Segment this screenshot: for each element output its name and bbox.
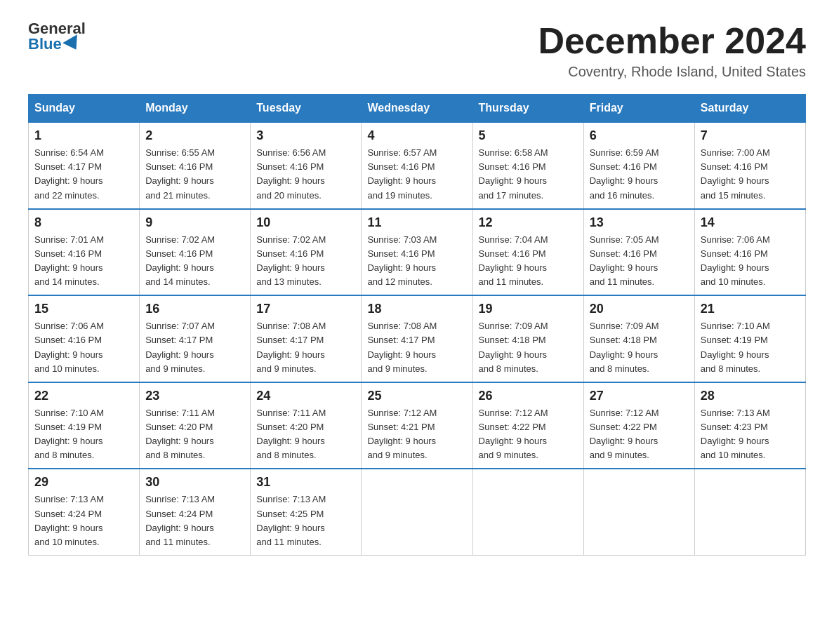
week-row-1: 1 Sunrise: 6:54 AM Sunset: 4:17 PM Dayli…: [29, 122, 806, 209]
calendar-cell: 22 Sunrise: 7:10 AM Sunset: 4:19 PM Dayl…: [29, 382, 140, 469]
daylight-minutes: and 9 minutes.: [367, 450, 427, 460]
sunrise-label: Sunrise: 7:10 AM: [34, 408, 104, 418]
day-number: 19: [479, 302, 578, 316]
day-number: 7: [701, 128, 800, 143]
day-info: Sunrise: 6:56 AM Sunset: 4:16 PM Dayligh…: [256, 146, 355, 203]
daylight-minutes: and 8 minutes.: [34, 450, 94, 460]
day-number: 18: [367, 302, 466, 316]
daylight-minutes: and 11 minutes.: [256, 537, 322, 547]
day-info: Sunrise: 7:07 AM Sunset: 4:17 PM Dayligh…: [145, 319, 244, 376]
daylight-minutes: and 10 minutes.: [701, 450, 766, 460]
sunset-label: Sunset: 4:25 PM: [256, 509, 324, 519]
day-number: 20: [590, 302, 689, 316]
daylight-label: Daylight: 9 hours: [367, 349, 436, 360]
daylight-minutes: and 13 minutes.: [256, 276, 322, 287]
day-number: 17: [256, 302, 355, 316]
day-number: 27: [590, 389, 689, 403]
daylight-minutes: and 9 minutes.: [367, 363, 427, 374]
daylight-minutes: and 17 minutes.: [479, 190, 544, 201]
day-info: Sunrise: 7:06 AM Sunset: 4:16 PM Dayligh…: [701, 233, 800, 290]
daylight-label: Daylight: 9 hours: [479, 262, 548, 273]
sunset-label: Sunset: 4:21 PM: [367, 422, 435, 432]
day-info: Sunrise: 7:09 AM Sunset: 4:18 PM Dayligh…: [590, 319, 689, 376]
sunrise-label: Sunrise: 7:09 AM: [590, 321, 659, 331]
day-info: Sunrise: 7:12 AM Sunset: 4:21 PM Dayligh…: [367, 406, 466, 463]
sunrise-label: Sunrise: 7:12 AM: [590, 408, 659, 418]
sunrise-label: Sunrise: 6:56 AM: [256, 147, 326, 158]
day-info: Sunrise: 7:12 AM Sunset: 4:22 PM Dayligh…: [479, 406, 578, 463]
day-info: Sunrise: 7:12 AM Sunset: 4:22 PM Dayligh…: [590, 406, 689, 463]
day-number: 4: [367, 128, 466, 143]
day-number: 21: [701, 302, 800, 316]
sunset-label: Sunset: 4:16 PM: [34, 335, 102, 345]
calendar-cell: [362, 469, 472, 555]
day-info: Sunrise: 7:02 AM Sunset: 4:16 PM Dayligh…: [256, 233, 355, 290]
day-number: 9: [145, 215, 244, 230]
sunrise-label: Sunrise: 7:11 AM: [256, 408, 326, 418]
daylight-minutes: and 16 minutes.: [590, 190, 655, 201]
calendar-cell: 24 Sunrise: 7:11 AM Sunset: 4:20 PM Dayl…: [251, 382, 362, 469]
daylight-label: Daylight: 9 hours: [701, 349, 769, 360]
daylight-label: Daylight: 9 hours: [479, 349, 548, 360]
calendar-cell: [472, 469, 583, 555]
sunrise-label: Sunrise: 6:54 AM: [34, 147, 104, 158]
daylight-label: Daylight: 9 hours: [479, 175, 548, 186]
calendar-cell: 31 Sunrise: 7:13 AM Sunset: 4:25 PM Dayl…: [251, 469, 362, 555]
calendar-cell: 6 Sunrise: 6:59 AM Sunset: 4:16 PM Dayli…: [583, 122, 694, 209]
daylight-label: Daylight: 9 hours: [34, 523, 103, 533]
daylight-label: Daylight: 9 hours: [367, 175, 436, 186]
daylight-minutes: and 11 minutes.: [590, 276, 655, 287]
daylight-minutes: and 22 minutes.: [34, 190, 100, 201]
calendar-cell: 9 Sunrise: 7:02 AM Sunset: 4:16 PM Dayli…: [140, 209, 251, 296]
sunset-label: Sunset: 4:19 PM: [34, 422, 102, 432]
sunset-label: Sunset: 4:16 PM: [479, 161, 546, 172]
sunset-label: Sunset: 4:16 PM: [590, 248, 657, 259]
daylight-label: Daylight: 9 hours: [256, 175, 325, 186]
sunset-label: Sunset: 4:24 PM: [34, 509, 102, 519]
sunrise-label: Sunrise: 7:02 AM: [256, 234, 326, 245]
day-info: Sunrise: 7:08 AM Sunset: 4:17 PM Dayligh…: [367, 319, 466, 376]
day-number: 25: [367, 389, 466, 403]
day-number: 5: [479, 128, 578, 143]
calendar-cell: 19 Sunrise: 7:09 AM Sunset: 4:18 PM Dayl…: [472, 295, 583, 382]
day-header-monday: Monday: [140, 95, 251, 123]
calendar-cell: 1 Sunrise: 6:54 AM Sunset: 4:17 PM Dayli…: [29, 122, 140, 209]
day-number: 26: [479, 389, 578, 403]
day-info: Sunrise: 6:57 AM Sunset: 4:16 PM Dayligh…: [367, 146, 466, 203]
day-number: 23: [145, 389, 244, 403]
calendar-cell: 4 Sunrise: 6:57 AM Sunset: 4:16 PM Dayli…: [362, 122, 472, 209]
daylight-label: Daylight: 9 hours: [145, 262, 214, 273]
calendar-cell: 25 Sunrise: 7:12 AM Sunset: 4:21 PM Dayl…: [362, 382, 472, 469]
day-info: Sunrise: 6:55 AM Sunset: 4:16 PM Dayligh…: [145, 146, 244, 203]
daylight-label: Daylight: 9 hours: [34, 262, 103, 273]
day-info: Sunrise: 6:54 AM Sunset: 4:17 PM Dayligh…: [34, 146, 133, 203]
sunset-label: Sunset: 4:16 PM: [367, 248, 435, 259]
sunset-label: Sunset: 4:18 PM: [479, 335, 546, 345]
sunrise-label: Sunrise: 6:58 AM: [479, 147, 548, 158]
daylight-label: Daylight: 9 hours: [701, 262, 769, 273]
daylight-minutes: and 19 minutes.: [367, 190, 432, 201]
daylight-minutes: and 15 minutes.: [701, 190, 766, 201]
day-info: Sunrise: 7:05 AM Sunset: 4:16 PM Dayligh…: [590, 233, 689, 290]
location-text: Coventry, Rhode Island, United States: [538, 64, 806, 80]
sunset-label: Sunset: 4:22 PM: [479, 422, 546, 432]
daylight-label: Daylight: 9 hours: [256, 349, 325, 360]
daylight-minutes: and 12 minutes.: [367, 276, 432, 287]
calendar-cell: 11 Sunrise: 7:03 AM Sunset: 4:16 PM Dayl…: [362, 209, 472, 296]
day-number: 24: [256, 389, 355, 403]
daylight-label: Daylight: 9 hours: [256, 436, 325, 446]
day-header-tuesday: Tuesday: [251, 95, 362, 123]
daylight-minutes: and 10 minutes.: [701, 276, 766, 287]
calendar-cell: 26 Sunrise: 7:12 AM Sunset: 4:22 PM Dayl…: [472, 382, 583, 469]
daylight-minutes: and 14 minutes.: [145, 276, 211, 287]
daylight-minutes: and 8 minutes.: [145, 450, 205, 460]
calendar-cell: 18 Sunrise: 7:08 AM Sunset: 4:17 PM Dayl…: [362, 295, 472, 382]
sunrise-label: Sunrise: 7:08 AM: [367, 321, 437, 331]
daylight-label: Daylight: 9 hours: [34, 349, 103, 360]
week-row-3: 15 Sunrise: 7:06 AM Sunset: 4:16 PM Dayl…: [29, 295, 806, 382]
calendar-cell: 2 Sunrise: 6:55 AM Sunset: 4:16 PM Dayli…: [140, 122, 251, 209]
daylight-minutes: and 11 minutes.: [479, 276, 544, 287]
daylight-minutes: and 8 minutes.: [256, 450, 316, 460]
sunrise-label: Sunrise: 6:59 AM: [590, 147, 659, 158]
day-info: Sunrise: 7:10 AM Sunset: 4:19 PM Dayligh…: [34, 406, 133, 463]
